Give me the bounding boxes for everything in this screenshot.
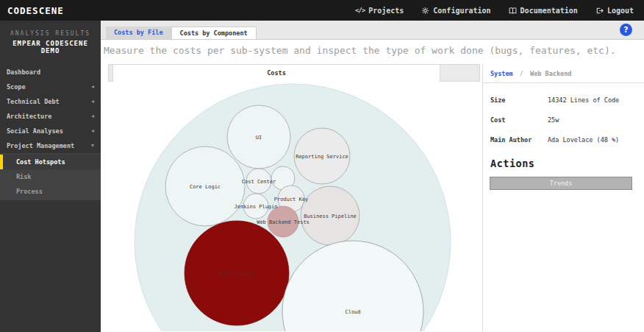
- book-icon: [509, 7, 517, 15]
- size-label: Size: [490, 96, 548, 104]
- sidebar-item-label: Project Management: [7, 138, 74, 153]
- sidebar-header: ANALYSIS RESULTS EMPEAR CODESCENE DEMO: [0, 21, 101, 63]
- analysis-results-label: ANALYSIS RESULTS: [1, 30, 99, 37]
- actions-title: Actions: [483, 149, 644, 169]
- sidebar: ANALYSIS RESULTS EMPEAR CODESCENE DEMO D…: [0, 21, 101, 332]
- sidebar-item-label: Scope: [7, 80, 26, 94]
- sidebar-item-label: Process: [16, 184, 43, 199]
- page-subtitle: Measure the costs per sub-system and ins…: [101, 40, 644, 64]
- sidebar-item-process[interactable]: Process: [0, 184, 101, 199]
- help-icon[interactable]: ?: [620, 24, 632, 36]
- logout-icon: [595, 7, 604, 15]
- nav-logout[interactable]: Logout: [595, 7, 634, 15]
- nav-logout-label: Logout: [607, 7, 634, 15]
- bubble-label-product-key: Product Key: [274, 197, 308, 202]
- bubble-label-reporting-service: Reporting Service: [296, 154, 348, 160]
- sidebar-item-label: Dashboard: [7, 65, 40, 80]
- nav-configuration[interactable]: Configuration: [421, 7, 490, 15]
- bubble-label-web-backend: Web Backend: [220, 271, 254, 277]
- breadcrumb-system-link[interactable]: System: [490, 70, 513, 77]
- bubble-label-jenkins-plugin: Jenkins Plugin: [234, 204, 277, 210]
- size-value: 14342 Lines of Code: [548, 96, 619, 104]
- top-navbar: CODESCENE </> Projects Configuration Doc…: [0, 0, 644, 21]
- sidebar-item-scope[interactable]: Scope ◂: [0, 80, 101, 94]
- nav-projects-label: Projects: [368, 7, 404, 15]
- chevron-left-icon: ◂: [91, 94, 94, 109]
- cost-label: Cost: [490, 116, 548, 124]
- sidebar-item-risk[interactable]: Risk: [0, 169, 101, 184]
- sidebar-item-label: Risk: [16, 169, 31, 184]
- sidebar-item-label: Social Analyses: [7, 124, 63, 138]
- sidebar-item-label: Technical Debt: [7, 94, 60, 109]
- gear-icon: [421, 7, 429, 15]
- breadcrumb-separator: /: [520, 70, 523, 77]
- chevron-left-icon: ◂: [91, 109, 94, 124]
- project-name: EMPEAR CODESCENE DEMO: [1, 40, 99, 54]
- bubble-label-cost-center: Cost Center: [242, 179, 276, 185]
- sidebar-item-architecture[interactable]: Architecture ◂: [0, 109, 101, 124]
- code-icon: </>: [355, 7, 365, 14]
- breadcrumb: System / Web Backend: [483, 64, 644, 83]
- sidebar-menu: Dashboard Scope ◂ Technical Debt ◂ Archi…: [0, 65, 101, 200]
- nav-configuration-label: Configuration: [433, 7, 490, 15]
- sidebar-item-social-analyses[interactable]: Social Analyses ◂: [0, 124, 101, 138]
- project-management-submenu: Cost Hotspots Risk Process: [0, 153, 101, 200]
- chevron-left-icon: ◂: [91, 124, 94, 138]
- bubble-label-web-backend-tests: Web Backend Tests: [257, 219, 310, 225]
- bubble-label-cloud: Cloud: [345, 309, 360, 315]
- navbar-menu: </> Projects Configuration Documentation…: [355, 7, 644, 15]
- nav-documentation-label: Documentation: [520, 7, 578, 15]
- sidebar-item-label: Architecture: [7, 109, 51, 124]
- sidebar-item-project-management[interactable]: Project Management ▾: [0, 138, 101, 153]
- nav-projects[interactable]: </> Projects: [355, 7, 404, 15]
- sidebar-item-label: Cost Hotspots: [16, 155, 65, 169]
- info-rows: Size 14342 Lines of Code Cost 25w Main A…: [483, 83, 644, 149]
- chevron-left-icon: ◂: [91, 80, 94, 94]
- chart-column: Costs Core LogicUIReporting ServiceCost …: [101, 64, 482, 331]
- cost-value: 25w: [548, 116, 559, 124]
- nav-documentation[interactable]: Documentation: [509, 7, 578, 15]
- cost-row: Cost 25w: [490, 110, 637, 130]
- sidebar-item-technical-debt[interactable]: Technical Debt ◂: [0, 94, 101, 109]
- cost-bubble-chart: Core LogicUIReporting ServiceCost Center…: [101, 82, 482, 331]
- bubble-label-core-logic: Core Logic: [190, 184, 221, 190]
- details-panel: System / Web Backend Size 14342 Lines of…: [482, 64, 644, 331]
- main-author-label: Main Author: [490, 136, 548, 144]
- main-author-value: Ada Lovelace (48 %): [548, 136, 619, 144]
- content-row: Costs Core LogicUIReporting ServiceCost …: [101, 64, 644, 331]
- size-row: Size 14342 Lines of Code: [490, 90, 637, 110]
- codescene-logo[interactable]: CODESCENE: [0, 5, 64, 16]
- chart-area: Core LogicUIReporting ServiceCost Center…: [101, 82, 482, 331]
- sidebar-item-cost-hotspots[interactable]: Cost Hotspots: [0, 155, 101, 169]
- tab-costs-by-file[interactable]: Costs by File: [106, 27, 171, 39]
- main-author-row: Main Author Ada Lovelace (48 %): [490, 130, 637, 149]
- bubble-label-business-pipeline: Business Pipeline: [304, 213, 357, 219]
- tab-costs-by-component[interactable]: Costs by Component: [171, 27, 257, 39]
- trends-button[interactable]: Trends: [490, 177, 632, 190]
- costs-tabstrip: Costs by File Costs by Component ?: [101, 21, 644, 40]
- sidebar-item-dashboard[interactable]: Dashboard: [0, 65, 101, 80]
- tab-costs-panel[interactable]: Costs: [112, 65, 440, 82]
- chevron-down-icon: ▾: [91, 138, 94, 153]
- breadcrumb-current: Web Backend: [530, 70, 571, 77]
- bubble-label-ui: UI: [256, 135, 262, 141]
- main-content: Costs by File Costs by Component ? Measu…: [101, 21, 644, 332]
- chart-panel-tabstrip: Costs: [108, 64, 480, 82]
